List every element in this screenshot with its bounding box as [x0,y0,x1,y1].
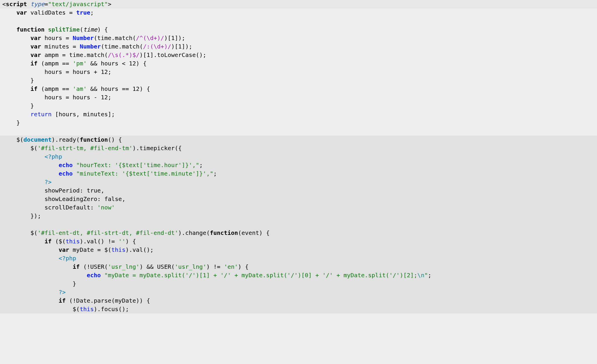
code-line: showLeadingZero: false, [0,195,597,203]
code-block: <script type="text/javascript"> var vali… [0,0,597,313]
code-line: <?php [0,152,597,161]
code-line: if ($(this).val() != '') { [0,237,597,246]
code-line: var validDates = true; [0,8,597,17]
code-line: if (!USER('usr_lng') && USER('usr_lng') … [0,263,597,271]
code-line: <script type="text/javascript"> [0,0,597,8]
code-line [0,127,597,136]
code-line: $('#fil-strt-tm, #fil-end-tm').timepicke… [0,144,597,152]
code-line: echo "hourText: '{$text['time.hour']}',"… [0,161,597,169]
code-line: scrollDefault: 'now' [0,203,597,212]
code-line: var myDate = $(this).val(); [0,246,597,254]
code-line: if (ampm == 'am' && hours == 12) { [0,85,597,93]
code-line: return [hours, minutes]; [0,110,597,119]
code-line: var hours = Number(time.match(/^(\d+)/)[… [0,34,597,42]
code-line [0,17,597,25]
code-line: $('#fil-ent-dt, #fil-strt-dt, #fil-end-d… [0,229,597,237]
code-line: echo "minuteText: '{$text['time.minute']… [0,169,597,178]
code-line: } [0,280,597,288]
code-line: hours = hours + 12; [0,68,597,76]
code-line: } [0,119,597,127]
code-line: showPeriod: true, [0,186,597,195]
code-line: } [0,76,597,85]
code-line: var minutes = Number(time.match(/:(\d+)/… [0,42,597,51]
code-line: ?> [0,178,597,186]
code-line: <?php [0,254,597,263]
code-line: hours = hours - 12; [0,93,597,102]
code-line: $(document).ready(function() { [0,136,597,144]
code-line: } [0,102,597,110]
code-line: $(this).focus(); [0,305,597,313]
code-line: var ampm = time.match(/\s(.*)$/)[1].toLo… [0,51,597,59]
code-line: if (!Date.parse(myDate)) { [0,297,597,305]
code-line: if (ampm == 'pm' && hours < 12) { [0,59,597,68]
code-line: ?> [0,288,597,297]
code-line [0,220,597,229]
code-line: function splitTime(time) { [0,25,597,34]
code-line: }); [0,212,597,220]
code-line: echo "myDate = myDate.split('/')[1] + '/… [0,271,597,280]
